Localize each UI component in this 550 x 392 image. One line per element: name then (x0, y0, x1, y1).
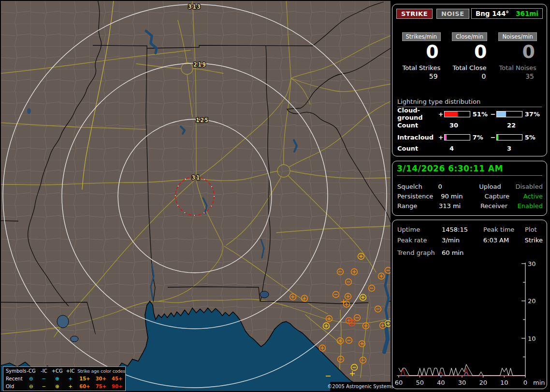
status-label: Persistence (397, 193, 441, 200)
positive-count: 4 (449, 145, 507, 152)
lightning-map[interactable]: 31321912531 Symbols -CG -IC +CG +IC Stri… (1, 1, 391, 391)
positive-percent: 7% (470, 134, 490, 141)
plot-value: Strike (525, 237, 543, 244)
legend-symbol: − (38, 376, 50, 381)
legend-symbol: ⊖ (24, 376, 38, 381)
count-row: Count3022 (397, 120, 542, 130)
peak-rate-value: 3/min (442, 237, 483, 244)
distribution-row: Intracloud+7%−5% (397, 131, 542, 143)
plus-sign: + (437, 111, 444, 118)
x-axis-unit: min (533, 379, 545, 386)
lightning-distribution: Lightning type distribution Cloud-ground… (397, 98, 542, 154)
total-label: Total Strikes (397, 64, 446, 71)
legend-age-value: 75+ (93, 384, 109, 389)
plot-label: Plot (525, 226, 537, 233)
rate-counters: Strikes/min0Total Strikes59Close/min0Tot… (397, 32, 542, 80)
legend-age-value: 30+ (93, 376, 109, 381)
x-tick-label: 0 (523, 379, 527, 386)
noise-mode-button[interactable]: NOISE (436, 9, 469, 19)
positive-bar (444, 134, 470, 140)
distribution-title: Lightning type distribution (397, 98, 542, 107)
ring-distance-label: 31 (192, 174, 201, 181)
legend-age-value: 90+ (109, 384, 125, 389)
session-grid: Uptime 1458:15 Peak time Plot Peak rate … (397, 224, 543, 259)
strike-mode-button[interactable]: STRIKE (396, 9, 433, 19)
peak-time-label: Peak time (483, 226, 525, 233)
negative-bar (496, 111, 522, 117)
legend-symbols-header: Symbols (3, 368, 25, 374)
legend-symbol: + (64, 384, 77, 389)
legend-age-header: Strike age color codes (76, 368, 125, 374)
strikes-per-min-button[interactable]: Strikes/min (402, 32, 441, 41)
total-value: 59 (397, 72, 446, 80)
bearing-distance: 361mi (516, 10, 538, 17)
status-row: Squelch0UploadDisabled (397, 182, 543, 191)
status-label: Squelch (397, 183, 438, 190)
legend-symbol: ⊕ (50, 376, 65, 381)
legend-header: Symbols -CG -IC +CG +IC Strike age color… (3, 367, 125, 375)
legend-symbol: ⊕ (50, 384, 65, 389)
y-tick-label: 20 (528, 297, 536, 305)
status-row: Range313 miReceiverEnabled (397, 201, 543, 210)
counter-column: Close/min0Total Close0 (446, 32, 494, 80)
chart-axes (397, 263, 525, 378)
x-tick-label: 50 (416, 379, 424, 386)
status-panel: 3/14/2026 6:30:11 AM Squelch0UploadDisab… (392, 161, 547, 216)
symbol-legend: Symbols -CG -IC +CG +IC Strike age color… (3, 366, 126, 391)
x-tick-label: 60 (395, 379, 403, 386)
status-label: Range (397, 202, 439, 210)
distribution-type-label: Cloud-ground (397, 107, 437, 121)
legend-symbol: ⊖ (24, 384, 38, 389)
negative-count: 22 (507, 122, 516, 129)
rate-value: 0 (446, 42, 494, 62)
x-tick-label: 40 (437, 379, 445, 386)
positive-percent: 51% (470, 111, 490, 118)
legend-row: Recent⊖−⊕+15+30+45+ (3, 375, 125, 382)
total-label: Total Close (446, 64, 494, 71)
legend-row: Old⊖−⊕+60+75+90+ (3, 382, 125, 390)
status-value: Active (523, 193, 543, 200)
status-row: Persistence90 minCaptureActive (397, 191, 543, 201)
x-tick-label: 30 (458, 379, 466, 386)
peak-time-value: 6:03 AM (483, 237, 525, 244)
status-value: Enabled (517, 202, 543, 210)
bearing-readout: Bng 144°361mi (471, 8, 543, 19)
trend-graph: 1020306050403020100min (394, 260, 547, 388)
close-per-min-button[interactable]: Close/min (452, 32, 487, 41)
peak-rate-label: Peak rate (397, 237, 442, 244)
y-tick-label: 30 (528, 260, 536, 267)
positive-bar (444, 111, 470, 117)
uptime-label: Uptime (397, 226, 442, 233)
datetime-display: 3/14/2026 6:30:11 AM (397, 164, 542, 176)
trend-graph-window: 60 min (442, 249, 463, 259)
map-canvas: 31321912531 (1, 1, 391, 391)
minus-sign: − (490, 111, 496, 118)
status-label: Upload (479, 183, 515, 190)
minus-sign: − (490, 134, 496, 141)
trend-series-close-per-min (399, 368, 525, 376)
session-panel: Uptime 1458:15 Peak time Plot Peak rate … (392, 220, 547, 389)
rate-value: 0 (493, 42, 542, 62)
negative-percent: 37% (522, 111, 542, 118)
status-value: 0 (438, 183, 479, 190)
counter-column: Strikes/min0Total Strikes59 (397, 32, 446, 80)
uptime-value: 1458:15 (442, 226, 483, 233)
x-tick-label: 20 (479, 379, 487, 386)
plus-sign: + (437, 134, 444, 141)
positive-count: 30 (449, 122, 507, 129)
legend-age-value: 45+ (109, 376, 125, 381)
status-value: 313 mi (439, 202, 480, 210)
distribution-row: Cloud-ground+51%−37% (397, 108, 542, 120)
status-value: 90 min (441, 193, 484, 200)
rate-value: 0 (397, 42, 446, 62)
legend-symbol: − (38, 384, 50, 389)
negative-percent: 5% (522, 134, 542, 141)
status-label: Capture (484, 193, 523, 200)
noises-per-min-button[interactable]: Noises/min (498, 32, 536, 41)
total-value: 35 (493, 72, 542, 80)
negative-count: 3 (507, 145, 511, 152)
status-value: Disabled (516, 183, 543, 190)
ring-distance-label: 313 (188, 3, 202, 10)
total-label: Total Noises (493, 64, 542, 71)
distribution-type-label: Intracloud (397, 134, 437, 141)
